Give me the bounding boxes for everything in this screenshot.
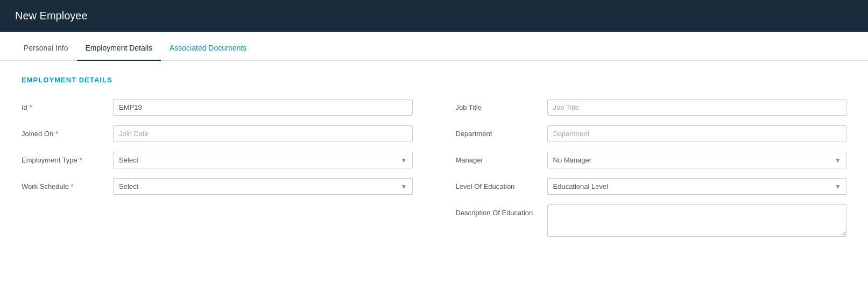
department-row: Department xyxy=(456,125,847,142)
job-title-row: Job Title xyxy=(456,99,847,116)
education-level-select[interactable]: Educational Level xyxy=(547,178,847,195)
job-title-input[interactable] xyxy=(547,99,847,116)
education-level-row: Level Of Education Educational Level ▼ xyxy=(456,178,847,195)
form-grid: Id * Joined On * Employment Type * xyxy=(22,99,846,246)
tab-associated-documents[interactable]: Associated Documents xyxy=(161,36,255,61)
joined-on-required: * xyxy=(55,130,58,138)
right-column: Job Title Department Manager No Manager xyxy=(456,99,847,246)
section-title: EMPLOYMENT DETAILS xyxy=(22,76,846,84)
left-column: Id * Joined On * Employment Type * xyxy=(22,99,413,246)
manager-row: Manager No Manager ▼ xyxy=(456,152,847,168)
job-title-label: Job Title xyxy=(456,99,547,111)
work-schedule-row: Work Schedule * Select ▼ xyxy=(22,178,413,195)
page-header: New Employee xyxy=(0,0,868,32)
employment-type-select[interactable]: Select xyxy=(113,152,413,168)
tab-personal-info[interactable]: Personal Info xyxy=(15,36,77,61)
page-title: New Employee xyxy=(15,10,88,22)
manager-label: Manager xyxy=(456,152,547,164)
id-input[interactable] xyxy=(113,99,413,116)
work-schedule-label: Work Schedule * xyxy=(22,178,113,190)
work-schedule-select[interactable]: Select xyxy=(113,178,413,195)
department-label: Department xyxy=(456,125,547,138)
joined-on-label: Joined On * xyxy=(22,125,113,138)
employment-type-required: * xyxy=(79,156,82,164)
education-description-textarea[interactable] xyxy=(547,204,847,237)
tab-employment-details[interactable]: Employment Details xyxy=(77,36,161,61)
manager-select[interactable]: No Manager xyxy=(547,152,847,168)
main-content: EMPLOYMENT DETAILS Id * Joined On * xyxy=(0,61,868,261)
tabs-container: Personal Info Employment Details Associa… xyxy=(0,36,868,61)
work-schedule-select-wrapper: Select ▼ xyxy=(113,178,413,195)
work-schedule-required: * xyxy=(71,182,74,190)
education-level-label: Level Of Education xyxy=(456,178,547,190)
joined-on-row: Joined On * xyxy=(22,125,413,142)
department-input[interactable] xyxy=(547,125,847,142)
id-required: * xyxy=(29,103,32,111)
employment-type-select-wrapper: Select ▼ xyxy=(113,152,413,168)
id-row: Id * xyxy=(22,99,413,116)
joined-on-input[interactable] xyxy=(113,125,413,142)
education-level-select-wrapper: Educational Level ▼ xyxy=(547,178,847,195)
education-description-label: Description Of Education xyxy=(456,204,547,217)
education-description-row: Description Of Education xyxy=(456,204,847,237)
employment-type-row: Employment Type * Select ▼ xyxy=(22,152,413,168)
id-label: Id * xyxy=(22,99,113,111)
manager-select-wrapper: No Manager ▼ xyxy=(547,152,847,168)
employment-type-label: Employment Type * xyxy=(22,152,113,164)
